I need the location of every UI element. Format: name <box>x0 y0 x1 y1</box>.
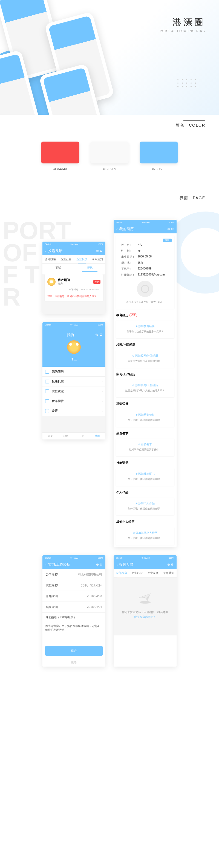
edit-button[interactable]: 编辑 <box>163 239 172 242</box>
status-bar: Sketch 9:41 AM 100% <box>43 555 105 560</box>
field-start[interactable]: 开始时间2018/03/03 <box>43 591 105 602</box>
nav-title: 投递反馈 <box>119 562 167 567</box>
chip <box>90 142 129 163</box>
tab-all[interactable]: 全部投递 <box>43 255 58 264</box>
tab-reply[interactable]: 企业反馈 <box>145 569 161 577</box>
hero-title: 港漂圈 PORT OF FLOATING RING <box>160 17 205 33</box>
back-icon[interactable]: ‹ <box>45 562 47 567</box>
back-icon[interactable]: ‹ <box>45 249 47 253</box>
dot-grid <box>177 79 197 87</box>
cert-card[interactable]: ⊕ 添加技能证书加分项哦！体现你的优势在哪！ <box>116 468 174 486</box>
tab-seen[interactable]: 企业已看 <box>130 569 145 577</box>
gear-icon <box>45 409 49 413</box>
color-swatches: #FA4A4A #F9F9F9 #73C5FF <box>0 136 219 187</box>
nav-actions[interactable]: ⊕ ⚙ <box>96 249 103 253</box>
back-icon[interactable]: ‹ <box>116 562 118 567</box>
award-card[interactable]: ⊕ 添加获奖荣誉加分项哦！说出你的优势在哪！ <box>116 409 174 427</box>
chevron-right-icon: › <box>102 409 103 413</box>
nav-actions[interactable]: ⊕ ⚙ <box>167 227 174 231</box>
mock-work-form: Sketch 9:41 AM 100% ‹ 实习/工作经历 ⊕ ⚙ 公司名称有爱… <box>43 555 105 666</box>
tab-jobs[interactable]: 职位 <box>58 433 74 439</box>
nav-title: 投递反馈 <box>48 248 96 253</box>
tab-home[interactable]: 首页 <box>43 433 58 439</box>
nav-title: 我的 <box>67 333 74 338</box>
heart-icon <box>45 390 49 393</box>
nav-bar: ‹ 投递反馈 ⊕ ⚙ <box>114 560 176 569</box>
tab-company[interactable]: 公司 <box>74 433 90 439</box>
photo-upload[interactable] <box>137 281 153 297</box>
profile-header: 我的 ⊕ ⚙ 李三 <box>43 327 105 367</box>
other-card[interactable]: ⊕ 添加其他个人经历加分项哦！体现你的优势在哪！ <box>116 527 174 545</box>
feedback-subtabs: 面试 拒绝 <box>43 264 105 272</box>
delete-button[interactable]: 删除 <box>43 658 105 666</box>
section-salary: 薪资要求 <box>114 429 176 436</box>
user-avatar[interactable] <box>67 340 81 354</box>
menu-feedback[interactable]: 投递反馈› <box>43 377 105 386</box>
field-company[interactable]: 公司名称有爱科技网络公司 <box>43 569 105 580</box>
job-company: 搜房 <box>58 282 70 286</box>
section-cert: 技能证书 <box>114 459 176 466</box>
mock-resume: Sketch 9:41 AM 100% ‹ 我的简历 ⊕ ⚙ 编辑 姓 名：小U… <box>114 220 176 547</box>
app-subtitle: PORT OF FLOATING RING <box>160 30 205 33</box>
tab-bar: 首页 职位 公司 我的 <box>43 432 105 439</box>
apply-time: 申请时间：2018-05-26 15:55:13 <box>47 288 101 291</box>
salary-card[interactable]: ⊕ 薪资要求让招聘单位更清楚的了解你！ <box>116 439 174 457</box>
app-name: 港漂圈 <box>160 17 205 28</box>
nav-actions[interactable]: ⊕ ⚙ <box>96 563 103 566</box>
work-card[interactable]: ⊕ 添加实习/工作经历这里是最能体现个人能力的地方哦！ <box>116 380 174 397</box>
mock-feedback-reject: Sketch 9:41 AM 100% ‹ 投递反馈 ⊕ ⚙ 全部投递 企业已看… <box>43 242 105 314</box>
tab-reply[interactable]: 企业反馈 <box>74 255 90 264</box>
feedback-tabs: 全部投递 企业已看 企业反馈 录用通知 <box>114 569 176 578</box>
publish-icon <box>45 399 49 403</box>
company-avatar <box>47 278 56 286</box>
photo-hint: 点击上传个人证件照（最大：2M） <box>118 300 172 306</box>
tab-mine[interactable]: 我的 <box>90 433 106 439</box>
field-end[interactable]: 结束时间2018/04/04 <box>43 602 105 613</box>
desc-textarea[interactable]: 作为运营实习生，负责资讯媒体编辑，订制30年后的发展活动。 <box>43 621 105 643</box>
username: 李三 <box>43 357 105 361</box>
section-other: 其他个人经历 <box>114 518 176 525</box>
chevron-right-icon: › <box>102 380 103 383</box>
status-bar: Sketch 9:41 AM 100% <box>114 555 176 560</box>
tab-offer[interactable]: 录用通知 <box>90 255 106 264</box>
field-position[interactable]: 职位名称安卓开发工程师 <box>43 580 105 591</box>
edu-card[interactable]: ⊕ 添加教育经历关于你，企业了解的更多一点哦！ <box>116 320 174 338</box>
mock-feedback-empty: Sketch 9:41 AM 100% ‹ 投递反馈 ⊕ ⚙ 全部投递 企业已看… <box>114 555 176 666</box>
menu-resume[interactable]: 我的简历› <box>43 367 105 377</box>
hero-section: 港漂圈 PORT OF FLOATING RING <box>0 0 219 115</box>
mock-mine: Sketch 9:41 AM 100% 我的 ⊕ ⚙ 李三 我的简历› 投递反馈… <box>43 322 105 439</box>
swatch-red: #FA4A4A <box>41 142 79 171</box>
nav-actions[interactable]: ⊕ ⚙ <box>95 333 103 338</box>
nav-bar: ‹ 投递反馈 ⊕ ⚙ <box>43 247 105 255</box>
tab-all[interactable]: 全部投递 <box>114 569 130 577</box>
portfolio-card[interactable]: ⊕ 添加个人作品加分项哦！体现你的优势在哪！ <box>116 498 174 516</box>
svg-point-0 <box>140 601 150 604</box>
nav-bar: ‹ 实习/工作经历 ⊕ ⚙ <box>43 560 105 569</box>
desc-label: 活动描述（1000字以内） <box>43 613 105 619</box>
job-card[interactable]: 房产顾问 搜房 拒绝 申请时间：2018-05-26 15:55:13 理由：不… <box>45 274 103 301</box>
subtab-reject[interactable]: 拒绝 <box>74 264 105 272</box>
swatch-blue: #73C5FF <box>140 142 178 171</box>
status-bar: Sketch 9:41 AM 100% <box>43 242 105 247</box>
feedback-icon <box>45 380 49 383</box>
subtab-interview[interactable]: 面试 <box>43 264 74 272</box>
menu-settings[interactable]: 设置› <box>43 406 105 416</box>
nav-title: 实习/工作经历 <box>48 562 96 567</box>
empty-link[interactable]: 快去投递简历吧！ <box>114 615 176 619</box>
nav-bar: ‹ 我的简历 ⊕ ⚙ <box>114 225 176 234</box>
page-showcase: PORTOFF TR Sketch 9:41 AM 100% ‹ 投递反馈 ⊕ … <box>0 209 219 678</box>
reject-reason: 理由：不好意思，我们已经招到合适的人选了！ <box>47 293 101 298</box>
doc-icon <box>45 370 49 374</box>
nav-actions[interactable]: ⊕ ⚙ <box>167 563 174 566</box>
save-button[interactable]: 保存 <box>45 646 103 656</box>
tab-offer[interactable]: 录用通知 <box>161 569 177 577</box>
back-icon[interactable]: ‹ <box>116 227 118 231</box>
tab-seen[interactable]: 企业已看 <box>58 255 74 264</box>
menu-favorites[interactable]: 职位收藏› <box>43 386 105 396</box>
empty-text-1: 你还未投递简历，申请越多，机会越多 <box>114 610 176 614</box>
school-card[interactable]: ⊕ 添加校园/社团经历丰富的大学经历会为你加分哦！ <box>116 350 174 368</box>
section-portfolio: 个人作品 <box>114 488 176 495</box>
feedback-tabs: 全部投递 企业已看 企业反馈 录用通知 <box>43 255 105 264</box>
chevron-right-icon: › <box>102 390 103 393</box>
menu-publish[interactable]: 发布职位› <box>43 396 105 406</box>
